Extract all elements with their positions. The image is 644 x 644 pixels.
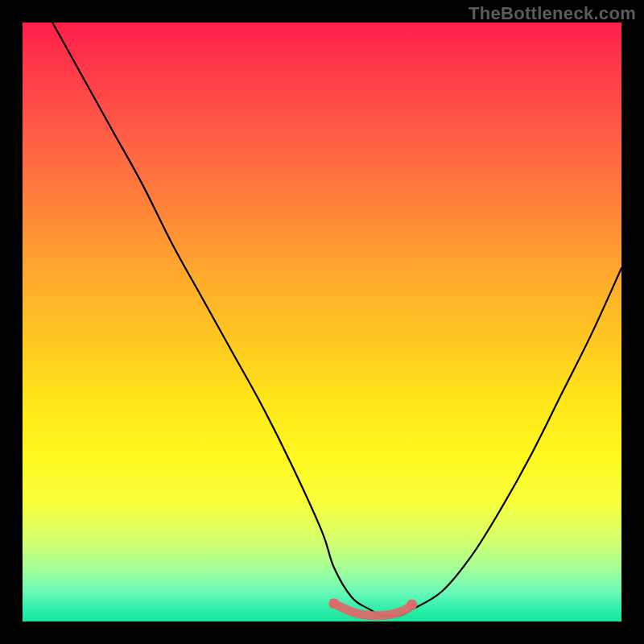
chart-frame: TheBottleneck.com: [0, 0, 644, 644]
bottleneck-curve-path: [52, 23, 621, 617]
curve-layer: [23, 23, 621, 621]
watermark-text: TheBottleneck.com: [469, 3, 636, 24]
plot-area: [23, 23, 621, 621]
optimal-zone-overlay: [334, 604, 412, 616]
optimal-zone-endpoint: [328, 598, 339, 609]
optimal-zone-endpoint: [407, 600, 417, 610]
